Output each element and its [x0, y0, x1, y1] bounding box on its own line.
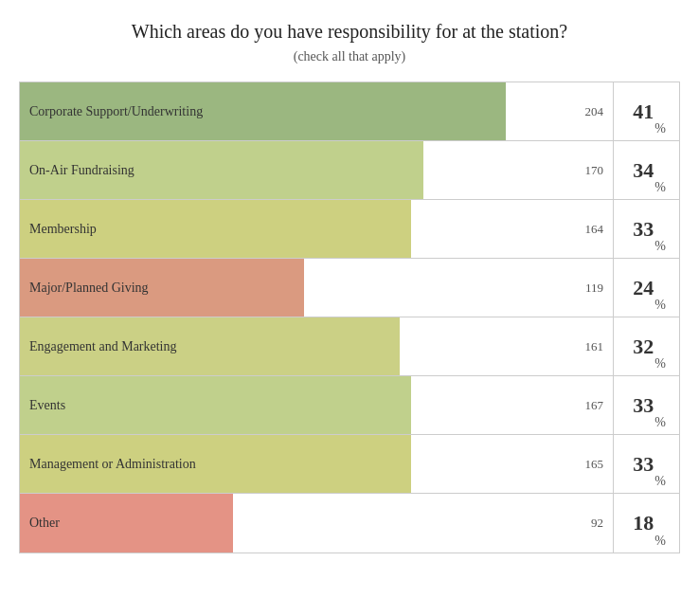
bar-percent-sign: %: [654, 415, 666, 434]
bar-count: 164: [585, 222, 604, 237]
bar-percent-sign: %: [654, 239, 666, 258]
bar-label: On-Air Fundraising: [29, 163, 134, 178]
bar-count: 161: [585, 339, 604, 354]
bar-label: Other: [29, 516, 60, 531]
bar-label: Events: [29, 398, 65, 413]
bar-percent-container: 41%: [613, 82, 679, 140]
chart-title: Which areas do you have responsibility f…: [19, 19, 680, 44]
chart-row: Management or Administration16533%: [20, 435, 679, 494]
bar-percent-value: 34: [633, 158, 654, 183]
chart-body: Corporate Support/Underwriting20441%On-A…: [19, 82, 680, 553]
bar-percent-container: 33%: [613, 376, 679, 434]
bar-percent-container: 24%: [613, 259, 679, 317]
bar-label: Engagement and Marketing: [29, 339, 177, 354]
chart-row: Engagement and Marketing16132%: [20, 317, 679, 376]
chart-row: Major/Planned Giving11924%: [20, 259, 679, 317]
bar-percent-value: 33: [633, 452, 654, 477]
bar-percent-value: 18: [633, 511, 654, 535]
bar-count: 119: [585, 281, 603, 296]
bar-percent-sign: %: [654, 534, 666, 553]
bar-label: Major/Planned Giving: [29, 281, 149, 296]
chart-row: Corporate Support/Underwriting20441%: [20, 82, 679, 141]
bar-percent-value: 33: [633, 217, 654, 242]
bar-percent-value: 41: [633, 100, 654, 124]
bar-wrapper: Engagement and Marketing161: [20, 317, 613, 375]
bar-percent-container: 33%: [613, 200, 679, 258]
bar-percent-sign: %: [654, 298, 666, 317]
bar-percent-sign: %: [654, 180, 666, 199]
bar-percent-container: 33%: [613, 435, 679, 493]
bar-count: 167: [585, 398, 604, 413]
bar-wrapper: On-Air Fundraising170: [20, 141, 613, 199]
chart-row: Membership16433%: [20, 200, 679, 259]
bar-percent-sign: %: [654, 474, 666, 493]
chart-row: Other9218%: [20, 494, 679, 553]
bar-percent-sign: %: [654, 356, 666, 375]
bar-wrapper: Major/Planned Giving119: [20, 259, 613, 317]
bar-label: Membership: [29, 222, 97, 237]
chart-container: Which areas do you have responsibility f…: [19, 19, 680, 553]
bar-count: 204: [585, 104, 604, 119]
bar-percent-value: 24: [633, 276, 654, 300]
bar-count: 170: [585, 163, 604, 178]
bar-label: Corporate Support/Underwriting: [29, 104, 203, 119]
bar-wrapper: Events167: [20, 376, 613, 434]
bar-percent-container: 18%: [613, 494, 679, 553]
chart-subtitle: (check all that apply): [19, 49, 680, 64]
bar-count: 92: [591, 516, 603, 531]
bar-wrapper: Other92: [20, 494, 613, 553]
bar-percent-container: 32%: [613, 317, 679, 375]
bar-wrapper: Corporate Support/Underwriting204: [20, 82, 613, 140]
bar-wrapper: Membership164: [20, 200, 613, 258]
bar-percent-value: 32: [633, 335, 654, 359]
chart-row: Events16733%: [20, 376, 679, 435]
bar-wrapper: Management or Administration165: [20, 435, 613, 493]
bar-percent-container: 34%: [613, 141, 679, 199]
bar-count: 165: [585, 457, 604, 472]
bar-percent-value: 33: [633, 393, 654, 418]
bar-label: Management or Administration: [29, 457, 196, 472]
bar-fill: [20, 376, 411, 434]
chart-row: On-Air Fundraising17034%: [20, 141, 679, 200]
bar-percent-sign: %: [654, 121, 666, 140]
